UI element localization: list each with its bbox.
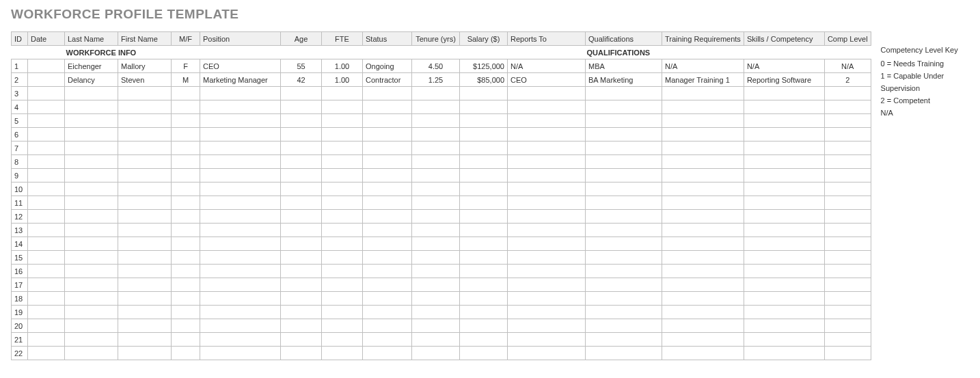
cell-reports-to[interactable] — [508, 87, 586, 100]
cell-date[interactable] — [28, 114, 65, 128]
cell-date[interactable] — [28, 100, 65, 114]
cell-mf[interactable] — [172, 87, 200, 100]
cell-tenure[interactable] — [412, 210, 460, 224]
cell-comp-level[interactable] — [824, 237, 871, 251]
cell-age[interactable] — [281, 292, 322, 306]
cell-reports-to[interactable] — [508, 278, 586, 292]
cell-id[interactable]: 13 — [12, 224, 28, 237]
cell-skills[interactable] — [744, 169, 824, 183]
cell-salary[interactable] — [460, 224, 508, 237]
cell-qualifications[interactable] — [586, 224, 662, 237]
cell-first-name[interactable] — [118, 333, 172, 347]
cell-id[interactable]: 19 — [12, 306, 28, 319]
cell-tenure[interactable]: 1.25 — [412, 73, 460, 87]
cell-id[interactable]: 10 — [12, 183, 28, 196]
cell-reports-to[interactable] — [508, 265, 586, 278]
cell-comp-level[interactable] — [824, 224, 871, 237]
cell-last-name[interactable] — [65, 210, 118, 224]
cell-age[interactable] — [281, 100, 322, 114]
cell-mf[interactable] — [172, 306, 200, 319]
cell-salary[interactable] — [460, 251, 508, 265]
cell-skills[interactable]: Reporting Software — [744, 73, 824, 87]
cell-mf[interactable] — [172, 155, 200, 169]
cell-tenure[interactable]: 4.50 — [412, 59, 460, 73]
cell-comp-level[interactable] — [824, 155, 871, 169]
cell-last-name[interactable] — [65, 141, 118, 155]
cell-fte[interactable] — [322, 306, 363, 319]
cell-date[interactable] — [28, 87, 65, 100]
cell-training[interactable] — [662, 169, 744, 183]
cell-mf[interactable] — [172, 347, 200, 360]
cell-salary[interactable] — [460, 169, 508, 183]
cell-qualifications[interactable] — [586, 333, 662, 347]
cell-skills[interactable] — [744, 306, 824, 319]
cell-date[interactable] — [28, 333, 65, 347]
cell-id[interactable]: 8 — [12, 155, 28, 169]
cell-last-name[interactable] — [65, 114, 118, 128]
cell-skills[interactable] — [744, 265, 824, 278]
cell-id[interactable]: 22 — [12, 347, 28, 360]
cell-position[interactable] — [200, 319, 281, 333]
cell-mf[interactable] — [172, 278, 200, 292]
cell-tenure[interactable] — [412, 265, 460, 278]
cell-training[interactable] — [662, 128, 744, 141]
cell-reports-to[interactable]: N/A — [508, 59, 586, 73]
cell-age[interactable] — [281, 196, 322, 210]
cell-first-name[interactable] — [118, 210, 172, 224]
cell-tenure[interactable] — [412, 237, 460, 251]
cell-position[interactable] — [200, 237, 281, 251]
cell-fte[interactable] — [322, 292, 363, 306]
cell-tenure[interactable] — [412, 347, 460, 360]
cell-status[interactable] — [363, 319, 412, 333]
cell-id[interactable]: 14 — [12, 237, 28, 251]
cell-last-name[interactable] — [65, 278, 118, 292]
cell-first-name[interactable] — [118, 224, 172, 237]
cell-training[interactable] — [662, 251, 744, 265]
cell-reports-to[interactable] — [508, 141, 586, 155]
cell-comp-level[interactable] — [824, 265, 871, 278]
cell-qualifications[interactable] — [586, 183, 662, 196]
cell-qualifications[interactable] — [586, 141, 662, 155]
cell-salary[interactable]: $125,000 — [460, 59, 508, 73]
cell-first-name[interactable] — [118, 155, 172, 169]
cell-date[interactable] — [28, 278, 65, 292]
cell-id[interactable]: 2 — [12, 73, 28, 87]
cell-skills[interactable] — [744, 319, 824, 333]
cell-status[interactable] — [363, 347, 412, 360]
cell-mf[interactable]: F — [172, 59, 200, 73]
cell-salary[interactable] — [460, 87, 508, 100]
cell-qualifications[interactable] — [586, 292, 662, 306]
cell-position[interactable] — [200, 224, 281, 237]
cell-fte[interactable] — [322, 265, 363, 278]
cell-tenure[interactable] — [412, 183, 460, 196]
cell-tenure[interactable] — [412, 319, 460, 333]
cell-salary[interactable] — [460, 128, 508, 141]
cell-date[interactable] — [28, 319, 65, 333]
cell-position[interactable] — [200, 169, 281, 183]
cell-date[interactable] — [28, 59, 65, 73]
cell-id[interactable]: 7 — [12, 141, 28, 155]
cell-age[interactable] — [281, 347, 322, 360]
cell-fte[interactable] — [322, 278, 363, 292]
cell-position[interactable] — [200, 155, 281, 169]
cell-reports-to[interactable] — [508, 128, 586, 141]
cell-position[interactable] — [200, 265, 281, 278]
cell-reports-to[interactable] — [508, 251, 586, 265]
cell-id[interactable]: 9 — [12, 169, 28, 183]
cell-reports-to[interactable] — [508, 237, 586, 251]
cell-date[interactable] — [28, 251, 65, 265]
cell-status[interactable] — [363, 141, 412, 155]
cell-comp-level[interactable] — [824, 319, 871, 333]
cell-status[interactable] — [363, 237, 412, 251]
cell-skills[interactable] — [744, 100, 824, 114]
cell-training[interactable] — [662, 278, 744, 292]
cell-fte[interactable] — [322, 87, 363, 100]
cell-reports-to[interactable] — [508, 292, 586, 306]
cell-qualifications[interactable] — [586, 265, 662, 278]
cell-training[interactable] — [662, 155, 744, 169]
cell-salary[interactable] — [460, 347, 508, 360]
cell-position[interactable] — [200, 278, 281, 292]
cell-status[interactable] — [363, 155, 412, 169]
cell-comp-level[interactable]: N/A — [824, 59, 871, 73]
cell-date[interactable] — [28, 128, 65, 141]
